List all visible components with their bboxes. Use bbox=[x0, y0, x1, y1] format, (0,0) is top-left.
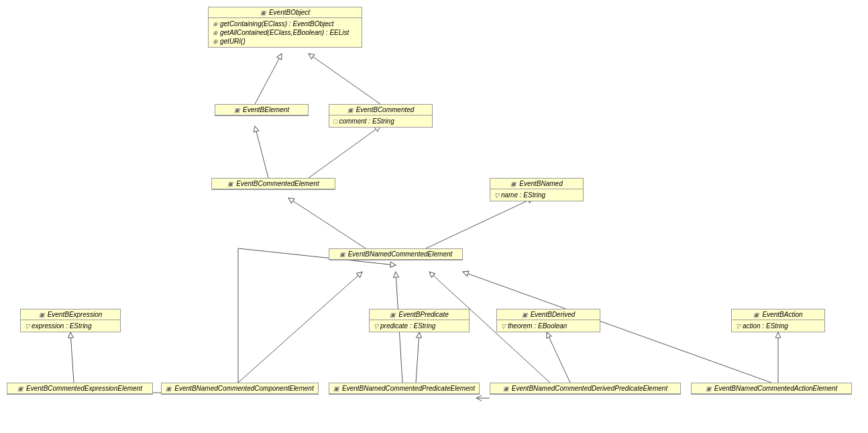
svg-line-4 bbox=[288, 198, 366, 248]
class-EventBObject: ▣ EventBObject ⊕ getContaining(EClass) :… bbox=[208, 7, 362, 48]
title-text: EventBCommented bbox=[356, 106, 415, 113]
class-title-EventBObject: ▣ EventBObject bbox=[209, 7, 362, 18]
class-title-EventBNamedCommentedDerivedPredicateElement: ▣ EventBNamedCommentedDerivedPredicateEl… bbox=[490, 383, 680, 394]
class-title-EventBCommentedExpressionElement: ▣ EventBCommentedExpressionElement bbox=[7, 383, 152, 394]
attr-row: ▽ expression : EString bbox=[25, 322, 116, 330]
title-text: EventBExpression bbox=[48, 311, 103, 318]
class-title-EventBExpression: ▣ EventBExpression bbox=[21, 309, 120, 320]
title-text: EventBNamedCommentedDerivedPredicateElem… bbox=[512, 385, 667, 392]
attr-row: ⊕ getURI() bbox=[213, 37, 358, 46]
attr-row: ▽ action : EString bbox=[736, 322, 820, 330]
svg-line-3 bbox=[309, 126, 380, 178]
title-text: EventBNamed bbox=[519, 180, 562, 187]
class-title-EventBDerived: ▣ EventBDerived bbox=[497, 309, 600, 320]
class-EventBElement: ▣ EventBElement bbox=[215, 104, 309, 116]
class-body-EventBExpression: ▽ expression : EString bbox=[21, 320, 120, 332]
title-text: EventBNamedCommentedActionElement bbox=[714, 385, 837, 392]
class-body-EventBNamed: ▽ name : EString bbox=[490, 189, 583, 201]
class-title-EventBNamedCommentedElement: ▣ EventBNamedCommentedElement bbox=[329, 249, 462, 260]
class-title-EventBCommented: ▣ EventBCommented bbox=[329, 105, 432, 115]
diagram-container: ▣ EventBObject ⊕ getContaining(EClass) :… bbox=[0, 0, 868, 433]
class-EventBNamedCommentedActionElement: ▣ EventBNamedCommentedActionElement bbox=[691, 383, 852, 395]
attr-row: ⊕ getAllContained(EClass,EBoolean) : EEL… bbox=[213, 28, 358, 37]
class-EventBDerived: ▣ EventBDerived ▽ theorem : EBoolean bbox=[496, 309, 600, 332]
class-EventBCommentedElement: ▣ EventBCommentedElement bbox=[211, 178, 335, 190]
class-body-EventBDerived: ▽ theorem : EBoolean bbox=[497, 320, 600, 332]
svg-line-5 bbox=[426, 198, 533, 248]
class-EventBExpression: ▣ EventBExpression ▽ expression : EStrin… bbox=[20, 309, 121, 332]
title-text: EventBNamedCommentedElement bbox=[348, 250, 453, 258]
title-text: EventBObject bbox=[269, 9, 310, 16]
attr-row: ▽ name : EString bbox=[494, 191, 579, 199]
title-text: EventBElement bbox=[243, 106, 289, 113]
title-text: EventBPredicate bbox=[398, 311, 449, 318]
class-title-EventBPredicate: ▣ EventBPredicate bbox=[370, 309, 469, 320]
connectors-svg bbox=[0, 0, 868, 433]
class-title-EventBElement: ▣ EventBElement bbox=[215, 105, 308, 115]
svg-line-1 bbox=[309, 54, 380, 104]
class-EventBNamedCommentedComponentElement: ▣ EventBNamedCommentedComponentElement bbox=[161, 383, 319, 395]
svg-line-6 bbox=[70, 332, 74, 383]
class-body-EventBPredicate: ▽ predicate : EString bbox=[370, 320, 469, 332]
title-text: EventBCommentedElement bbox=[236, 180, 319, 187]
class-title-EventBCommentedElement: ▣ EventBCommentedElement bbox=[212, 179, 335, 189]
class-EventBNamedCommentedPredicateElement: ▣ EventBNamedCommentedPredicateElement bbox=[329, 383, 480, 395]
attr-row: ▽ theorem : EBoolean bbox=[501, 322, 596, 330]
class-EventBAction: ▣ EventBAction ▽ action : EString bbox=[731, 309, 825, 332]
class-EventBNamedCommentedDerivedPredicateElement: ▣ EventBNamedCommentedDerivedPredicateEl… bbox=[490, 383, 681, 395]
title-text: EventBNamedCommentedPredicateElement bbox=[342, 385, 475, 392]
svg-line-0 bbox=[255, 54, 282, 104]
class-body-EventBObject: ⊕ getContaining(EClass) : EventBObject ⊕… bbox=[209, 18, 362, 47]
svg-line-2 bbox=[255, 126, 268, 178]
class-EventBPredicate: ▣ EventBPredicate ▽ predicate : EString bbox=[369, 309, 470, 332]
attr-row: □ comment : EString bbox=[333, 117, 428, 126]
class-icon-EventBObject: ▣ bbox=[260, 9, 266, 16]
svg-line-9 bbox=[416, 332, 419, 383]
attr-row: ⊕ getContaining(EClass) : EventBObject bbox=[213, 19, 358, 28]
class-title-EventBNamedCommentedPredicateElement: ▣ EventBNamedCommentedPredicateElement bbox=[329, 383, 479, 394]
svg-line-7 bbox=[238, 272, 362, 383]
class-EventBNamedCommentedElement: ▣ EventBNamedCommentedElement bbox=[329, 248, 463, 260]
svg-line-11 bbox=[547, 332, 570, 383]
class-EventBNamed: ▣ EventBNamed ▽ name : EString bbox=[490, 178, 584, 201]
class-EventBCommented: ▣ EventBCommented □ comment : EString bbox=[329, 104, 433, 128]
class-title-EventBAction: ▣ EventBAction bbox=[732, 309, 824, 320]
class-title-EventBNamed: ▣ EventBNamed bbox=[490, 179, 583, 189]
class-body-EventBAction: ▽ action : EString bbox=[732, 320, 824, 332]
class-body-EventBCommented: □ comment : EString bbox=[329, 115, 432, 127]
class-title-EventBNamedCommentedActionElement: ▣ EventBNamedCommentedActionElement bbox=[692, 383, 851, 394]
title-text: EventBNamedCommentedComponentElement bbox=[174, 385, 313, 392]
class-title-EventBNamedCommentedComponentElement: ▣ EventBNamedCommentedComponentElement bbox=[162, 383, 318, 394]
title-text: EventBCommentedExpressionElement bbox=[26, 385, 142, 392]
attr-row: ▽ predicate : EString bbox=[374, 322, 465, 330]
title-text: EventBAction bbox=[762, 311, 802, 318]
class-EventBCommentedExpressionElement: ▣ EventBCommentedExpressionElement bbox=[7, 383, 153, 395]
title-text: EventBDerived bbox=[531, 311, 576, 318]
